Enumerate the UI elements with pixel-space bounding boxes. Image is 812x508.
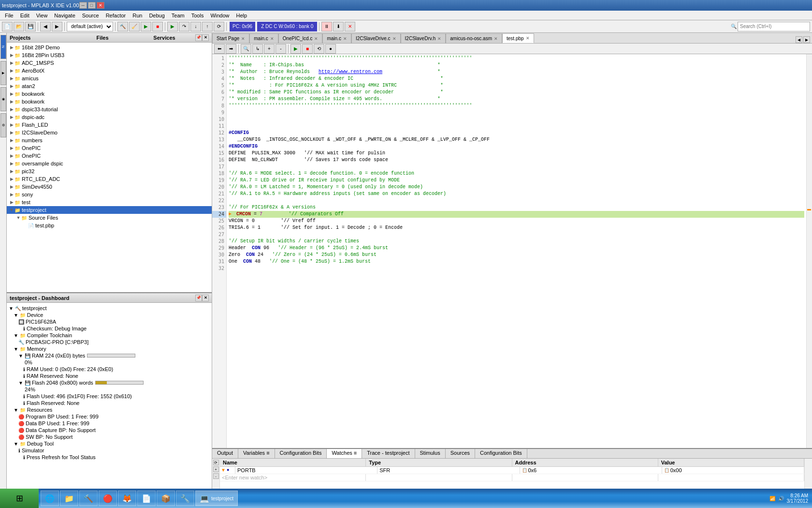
dashboard-item[interactable]: 🔲PIC16F628A bbox=[9, 318, 210, 325]
menu-refactor[interactable]: Refactor bbox=[103, 12, 129, 19]
output-tab-menu-icon[interactable]: ≡ bbox=[352, 450, 357, 456]
menu-tools[interactable]: Tools bbox=[188, 12, 207, 19]
build-btn[interactable]: 🔨 bbox=[117, 22, 128, 31]
dashboard-item[interactable]: ℹRAM Reserved: None bbox=[9, 373, 210, 379]
close-button[interactable]: ✕ bbox=[97, 2, 104, 9]
dashboard-item[interactable]: 🔧PICBASIC-PRO [C:\PBP3] bbox=[9, 339, 210, 345]
dashboard-close-btn[interactable]: ✕ bbox=[202, 295, 209, 301]
dashboard-item[interactable]: ℹChecksum: Debug Image bbox=[9, 325, 210, 332]
minimize-button[interactable]: ─ bbox=[79, 2, 87, 9]
output-tab[interactable]: Watches ≡ bbox=[327, 449, 362, 458]
tab-close-btn[interactable]: ✕ bbox=[241, 36, 245, 41]
dashboard-item[interactable]: 0% bbox=[9, 359, 210, 366]
new-btn[interactable]: 📄 bbox=[2, 22, 13, 31]
code-run-btn[interactable]: ▶ bbox=[290, 44, 301, 54]
maximize-button[interactable]: □ bbox=[88, 2, 96, 9]
debug-run-btn[interactable]: ▶ bbox=[167, 22, 178, 31]
tab-close-btn[interactable]: ✕ bbox=[343, 36, 347, 41]
tab-prev-btn[interactable]: ◀ bbox=[796, 36, 802, 43]
output-tab[interactable]: Trace - testproject bbox=[362, 449, 415, 458]
output-tab-menu-icon[interactable]: ≡ bbox=[265, 450, 269, 456]
menu-navigate[interactable]: Navigate bbox=[51, 12, 78, 19]
projects-pin-btn[interactable]: 📌 bbox=[195, 34, 202, 41]
step-out-btn[interactable]: ↑ bbox=[202, 22, 213, 31]
nav-tab-2[interactable]: ▶ bbox=[0, 61, 6, 85]
code-tab[interactable]: test.pbp✕ bbox=[502, 33, 534, 43]
code-tab[interactable]: I2CSlaveDrive.c✕ bbox=[351, 33, 401, 43]
output-tab[interactable]: Variables ≡ bbox=[238, 449, 275, 458]
dashboard-item[interactable]: 🔴Program BP Used: 1 Free: 999 bbox=[9, 413, 210, 420]
prog-btn[interactable]: ⬇ bbox=[333, 22, 344, 31]
dashboard-item[interactable]: ▼ 💾RAM 224 (0xE0) bytes bbox=[9, 352, 210, 359]
output-tab[interactable]: Output bbox=[212, 449, 238, 458]
tree-item[interactable]: ▶📁16bit 28P Demo bbox=[7, 44, 212, 51]
code-tab[interactable]: main.c✕ bbox=[249, 33, 278, 43]
tab-close-btn[interactable]: ✕ bbox=[437, 36, 441, 41]
code-tab[interactable]: amicus-no-osc.asm✕ bbox=[446, 33, 502, 43]
code-bp-btn[interactable]: ● bbox=[325, 44, 336, 54]
fwd-btn[interactable]: ▶ bbox=[52, 22, 62, 31]
nav-tab-4[interactable]: ⚙ bbox=[0, 113, 6, 137]
output-tab[interactable]: Stimulus bbox=[415, 449, 446, 458]
taskbar-item[interactable]: 📦 bbox=[157, 491, 175, 506]
start-button[interactable]: ⊞ bbox=[0, 489, 39, 508]
menu-team[interactable]: Team bbox=[169, 12, 188, 19]
tree-item[interactable]: ▶📁AeroBotX bbox=[7, 67, 212, 75]
erase-btn[interactable]: ✕ bbox=[345, 22, 355, 31]
dashboard-item[interactable]: ℹFlash Used: 496 (0x1F0) Free: 1552 (0x6… bbox=[9, 393, 210, 400]
code-tab[interactable]: main.c✕ bbox=[322, 33, 351, 43]
tab-close-btn[interactable]: ✕ bbox=[494, 36, 498, 41]
search-input[interactable] bbox=[738, 22, 810, 31]
code-reset-cur-btn[interactable]: ⟲ bbox=[314, 44, 324, 54]
config-dropdown[interactable]: default (active) bbox=[67, 22, 113, 31]
dashboard-item[interactable]: ▼ 💾Flash 2048 (0x800) words bbox=[9, 379, 210, 386]
menu-window[interactable]: Window bbox=[207, 12, 232, 19]
taskbar-item[interactable]: 🌐 bbox=[41, 491, 59, 506]
menu-view[interactable]: View bbox=[33, 12, 51, 19]
tree-item[interactable]: ▼📁testproject bbox=[7, 206, 212, 214]
step-over-btn[interactable]: ↷ bbox=[179, 22, 189, 31]
watches-add-btn[interactable]: + bbox=[213, 466, 219, 472]
tree-item[interactable]: ▶📁oversample dspic bbox=[7, 160, 212, 167]
output-tab[interactable]: Sources bbox=[446, 449, 475, 458]
tree-item[interactable]: ▶📁sony bbox=[7, 191, 212, 198]
tree-item[interactable]: ▶📁pic32 bbox=[7, 167, 212, 175]
clean-btn[interactable]: 🧹 bbox=[129, 22, 140, 31]
back-btn[interactable]: ◀ bbox=[40, 22, 51, 31]
dashboard-item[interactable]: ℹRAM Used: 0 (0x0) Free: 224 (0xE0) bbox=[9, 366, 210, 373]
taskbar-item[interactable]: 🔨 bbox=[79, 491, 98, 506]
tree-item[interactable]: ▶📁dspic-adc bbox=[7, 113, 212, 121]
tab-close-btn[interactable]: ✕ bbox=[314, 36, 318, 41]
dashboard-item[interactable]: ▼ 📁Compiler Toolchain bbox=[9, 332, 210, 339]
code-tab[interactable]: I2CSlaveDrv.h✕ bbox=[401, 33, 446, 43]
code-back-btn[interactable]: ⬅ bbox=[214, 44, 225, 54]
code-link-text[interactable]: http://www.rentron.com bbox=[319, 69, 382, 75]
watches-del-btn[interactable]: - bbox=[213, 473, 219, 479]
reset-btn[interactable]: ⟳ bbox=[214, 22, 224, 31]
menu-file[interactable]: File bbox=[2, 12, 16, 19]
dashboard-item[interactable]: ℹPress Refresh for Tool Status bbox=[9, 454, 210, 461]
output-tab[interactable]: Configuration Bits bbox=[275, 449, 327, 458]
tab-close-btn[interactable]: ✕ bbox=[392, 36, 396, 41]
tree-item[interactable]: ▶📁16Bit 28Pin USB3 bbox=[7, 51, 212, 59]
tree-item[interactable]: ▶📁dspic33-tutorial bbox=[7, 105, 212, 113]
tree-item[interactable]: ▶📁OnePIC bbox=[7, 152, 212, 160]
tree-item[interactable]: ▶📁bookwork bbox=[7, 90, 212, 98]
code-content[interactable]: ''''''''''''''''''''''''''''''''''''''''… bbox=[227, 54, 806, 448]
dashboard-item[interactable]: ▼ 🔨testproject bbox=[9, 305, 210, 312]
taskbar-item[interactable]: 📁 bbox=[60, 491, 78, 506]
dashboard-item[interactable]: ▼ 📁Resources bbox=[9, 406, 210, 413]
code-zoom-out-btn[interactable]: - bbox=[276, 44, 286, 54]
dashboard-item[interactable]: 🔴Data Capture BP: No Support bbox=[9, 427, 210, 433]
tree-item[interactable]: ▶📁numbers bbox=[7, 136, 212, 144]
step-into-btn[interactable]: ↓ bbox=[190, 22, 201, 31]
taskbar-item[interactable]: 🔧 bbox=[176, 491, 194, 506]
taskbar-item[interactable]: 📄 bbox=[137, 491, 156, 506]
watch-name-cell[interactable]: <Enter new watch> bbox=[220, 474, 366, 481]
dashboard-item[interactable]: ℹSimulator bbox=[9, 447, 210, 454]
watches-refresh-btn[interactable]: ⟳ bbox=[213, 460, 219, 465]
code-tab[interactable]: Start Page✕ bbox=[212, 33, 249, 43]
code-zoom-in-btn[interactable]: + bbox=[264, 44, 275, 54]
menu-edit[interactable]: Edit bbox=[17, 12, 32, 19]
code-goto-btn[interactable]: ↳ bbox=[252, 44, 263, 54]
